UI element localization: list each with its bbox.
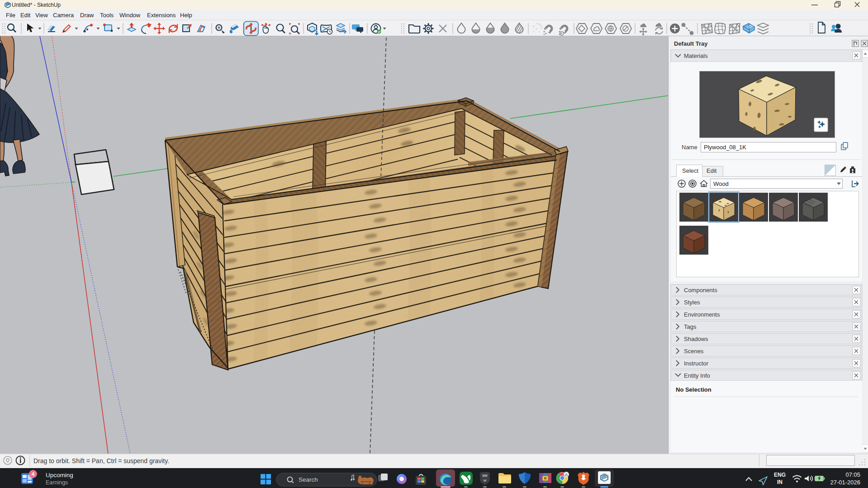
- svg-text:Search: Search: [299, 476, 318, 483]
- svg-text:A: A: [565, 473, 568, 477]
- svg-text:Scenes: Scenes: [684, 348, 704, 355]
- svg-text:Shadows: Shadows: [684, 336, 708, 342]
- svg-text:Select: Select: [682, 167, 699, 174]
- svg-text:Environments: Environments: [684, 311, 720, 318]
- svg-text:Entity Info: Entity Info: [684, 372, 710, 379]
- svg-text:Tags: Tags: [684, 323, 697, 330]
- svg-text:27-01-2026: 27-01-2026: [830, 479, 861, 486]
- svg-text:Wood: Wood: [713, 180, 729, 187]
- svg-text:Styles: Styles: [684, 299, 700, 306]
- svg-text:Components: Components: [684, 287, 717, 294]
- svg-text:Name: Name: [682, 144, 697, 151]
- svg-text:ENG: ENG: [774, 472, 786, 478]
- svg-text:Default Tray: Default Tray: [674, 40, 708, 47]
- svg-text:07:05: 07:05: [845, 471, 860, 478]
- svg-text:Upcoming: Upcoming: [46, 472, 73, 479]
- svg-text:Edit: Edit: [707, 167, 717, 174]
- svg-text:IN: IN: [777, 479, 783, 485]
- svg-text:Instructor: Instructor: [684, 360, 709, 367]
- svg-text:Materials: Materials: [684, 52, 708, 59]
- svg-text:Plywood_08_1K: Plywood_08_1K: [704, 144, 746, 151]
- svg-text:4: 4: [32, 471, 35, 477]
- svg-text:No Selection: No Selection: [676, 386, 711, 393]
- svg-text:Earnings: Earnings: [46, 479, 68, 486]
